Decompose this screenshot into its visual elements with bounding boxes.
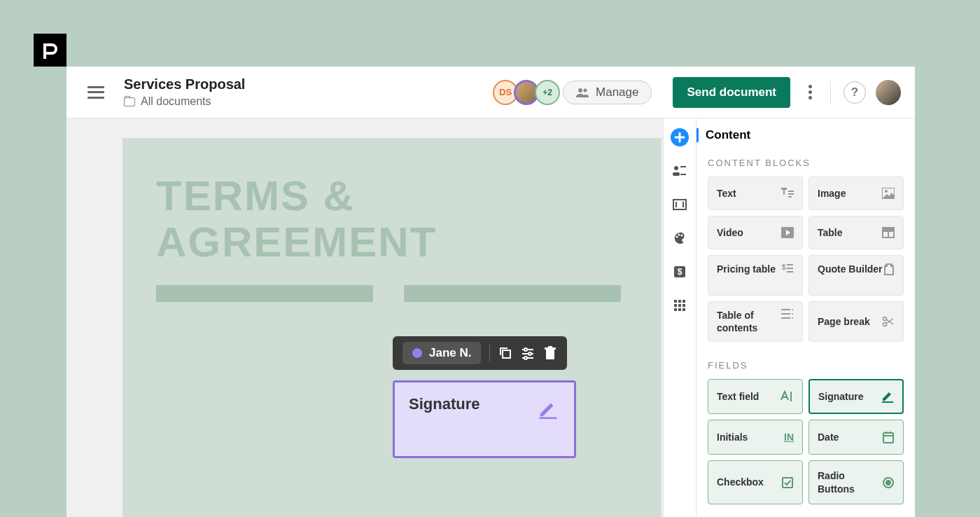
svg-text:$: $ — [678, 267, 682, 277]
svg-rect-24 — [678, 300, 681, 303]
content-panel: Content CONTENT BLOCKS Text Image Video … — [696, 118, 915, 517]
svg-point-51 — [792, 317, 793, 319]
menu-icon[interactable] — [88, 86, 104, 99]
main-area: TERMS & AGREEMENT Jane N. — [66, 118, 915, 517]
settings-icon[interactable] — [521, 346, 535, 360]
rail-apps-icon[interactable] — [671, 296, 689, 315]
block-page-break[interactable]: Page break — [808, 301, 904, 342]
fields-label: FIELDS — [708, 360, 904, 371]
manage-button[interactable]: Manage — [563, 81, 652, 104]
placeholder-bars — [156, 285, 628, 302]
svg-rect-16 — [680, 174, 686, 175]
svg-rect-34 — [788, 196, 792, 198]
field-radio[interactable]: Radio Buttons — [808, 460, 904, 504]
initials-icon: IN — [784, 432, 794, 443]
rail-recipients-icon[interactable] — [671, 162, 689, 180]
content-blocks-label: CONTENT BLOCKS — [708, 158, 904, 168]
svg-rect-17 — [673, 200, 686, 209]
text-field-icon — [780, 390, 794, 403]
app-window: Services Proposal All documents DS +2 Ma… — [66, 67, 915, 517]
field-text[interactable]: Text field — [708, 379, 803, 414]
manage-label: Manage — [596, 85, 638, 99]
field-signature[interactable]: Signature — [808, 379, 904, 414]
divider — [830, 81, 831, 104]
svg-rect-23 — [674, 300, 677, 303]
video-icon — [781, 227, 794, 238]
block-toc[interactable]: Table of contents — [708, 301, 803, 342]
block-table[interactable]: Table — [808, 216, 904, 249]
svg-rect-2 — [503, 350, 510, 358]
topbar: Services Proposal All documents DS +2 Ma… — [66, 67, 915, 118]
svg-line-54 — [886, 319, 893, 324]
signature-field[interactable]: Signature — [393, 380, 576, 458]
toc-icon — [781, 309, 794, 319]
svg-rect-33 — [788, 193, 794, 195]
field-initials[interactable]: Initials IN — [708, 420, 803, 455]
more-menu-icon[interactable] — [806, 79, 815, 105]
svg-rect-43 — [787, 264, 793, 266]
panel-title: Content — [696, 128, 904, 142]
rail-design-icon[interactable] — [671, 229, 689, 247]
svg-rect-9 — [546, 350, 554, 359]
svg-point-36 — [885, 190, 888, 193]
block-video[interactable]: Video — [708, 216, 803, 249]
rail-add-icon[interactable] — [671, 128, 689, 146]
field-date[interactable]: Date — [808, 420, 904, 455]
image-icon — [882, 188, 895, 199]
svg-point-1 — [584, 88, 587, 92]
svg-point-64 — [886, 481, 890, 485]
block-pricing-table[interactable]: Pricing table $ — [708, 255, 803, 296]
svg-rect-45 — [787, 271, 793, 273]
svg-rect-15 — [673, 172, 680, 176]
svg-text:$: $ — [782, 263, 786, 271]
canvas-area: TERMS & AGREEMENT Jane N. — [66, 118, 663, 517]
svg-point-47 — [792, 309, 793, 310]
block-quote-builder[interactable]: Quote Builder — [808, 255, 904, 296]
svg-rect-12 — [540, 418, 557, 420]
assignee-color-dot — [412, 348, 422, 358]
svg-point-0 — [578, 88, 582, 92]
svg-rect-57 — [882, 401, 893, 403]
field-toolbar: Jane N. — [393, 336, 567, 370]
avatar-more[interactable]: +2 — [535, 80, 560, 105]
block-image[interactable]: Image — [808, 177, 904, 210]
svg-point-18 — [676, 236, 678, 238]
svg-rect-44 — [787, 268, 793, 269]
rail-variables-icon[interactable] — [671, 195, 689, 214]
document-page[interactable]: TERMS & AGREEMENT Jane N. — [122, 138, 662, 517]
svg-point-6 — [528, 352, 531, 355]
field-checkbox[interactable]: Checkbox — [708, 460, 803, 504]
page-heading-line2: AGREEMENT — [156, 219, 628, 266]
svg-rect-62 — [783, 478, 792, 488]
svg-rect-10 — [545, 347, 556, 350]
people-icon — [576, 88, 590, 97]
send-button[interactable]: Send document — [673, 77, 790, 108]
checkbox-icon — [781, 476, 794, 489]
svg-rect-27 — [678, 304, 681, 307]
document-title[interactable]: Services Proposal — [124, 76, 497, 92]
block-text[interactable]: Text — [708, 177, 803, 210]
svg-rect-30 — [678, 308, 681, 311]
assignee-name: Jane N. — [429, 346, 471, 360]
svg-rect-32 — [788, 191, 794, 192]
radio-icon — [882, 476, 895, 489]
current-user-avatar[interactable] — [876, 80, 901, 105]
rail-pricing-icon[interactable]: $ — [671, 263, 689, 281]
svg-rect-25 — [682, 300, 685, 303]
svg-rect-41 — [883, 228, 894, 231]
help-button[interactable]: ? — [844, 81, 866, 104]
signature-field-label: Signature — [409, 395, 479, 413]
svg-rect-31 — [682, 308, 685, 311]
app-logo — [34, 34, 66, 67]
avatar-stack: DS +2 — [497, 80, 560, 105]
svg-rect-58 — [883, 433, 893, 443]
svg-point-20 — [681, 235, 683, 237]
calendar-icon — [882, 431, 895, 443]
copy-icon[interactable] — [498, 346, 512, 360]
svg-point-53 — [883, 323, 887, 326]
assignee-chip[interactable]: Jane N. — [402, 342, 481, 364]
delete-icon[interactable] — [543, 346, 557, 360]
folder-icon — [124, 97, 135, 106]
breadcrumb[interactable]: All documents — [124, 95, 497, 108]
svg-rect-46 — [781, 309, 790, 310]
